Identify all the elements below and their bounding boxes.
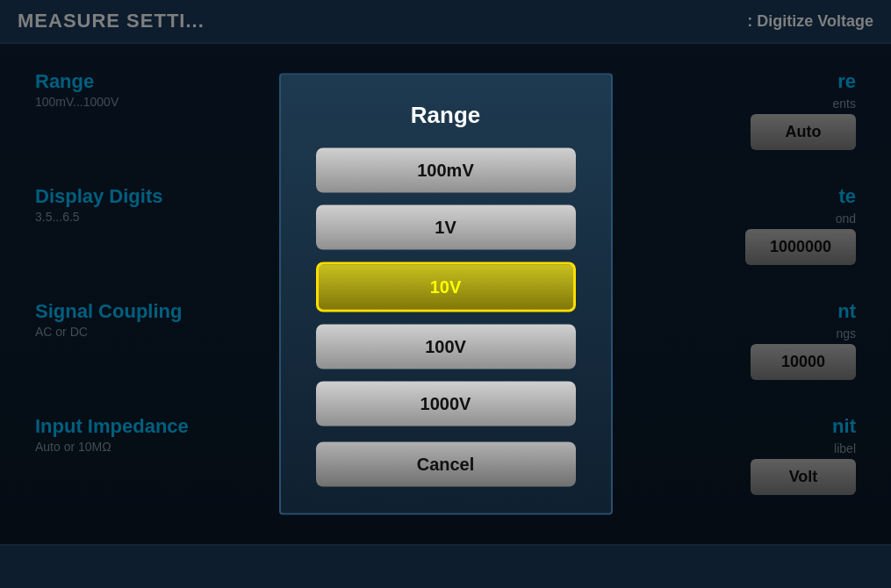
range-dialog: Range 100mV 1V 10V 100V 1000V Cancel [279, 74, 613, 515]
range-cancel-button[interactable]: Cancel [316, 442, 576, 487]
range-option-1000v[interactable]: 1000V [316, 382, 576, 427]
range-option-100mv[interactable]: 100mV [316, 148, 576, 193]
range-option-10v[interactable]: 10V [316, 262, 576, 312]
range-option-100v[interactable]: 100V [316, 325, 576, 369]
main-screen: MEASURE SETTI... : Digitize Voltage Rang… [0, 0, 891, 588]
range-option-1v[interactable]: 1V [316, 205, 576, 250]
dialog-title: Range [411, 102, 480, 129]
